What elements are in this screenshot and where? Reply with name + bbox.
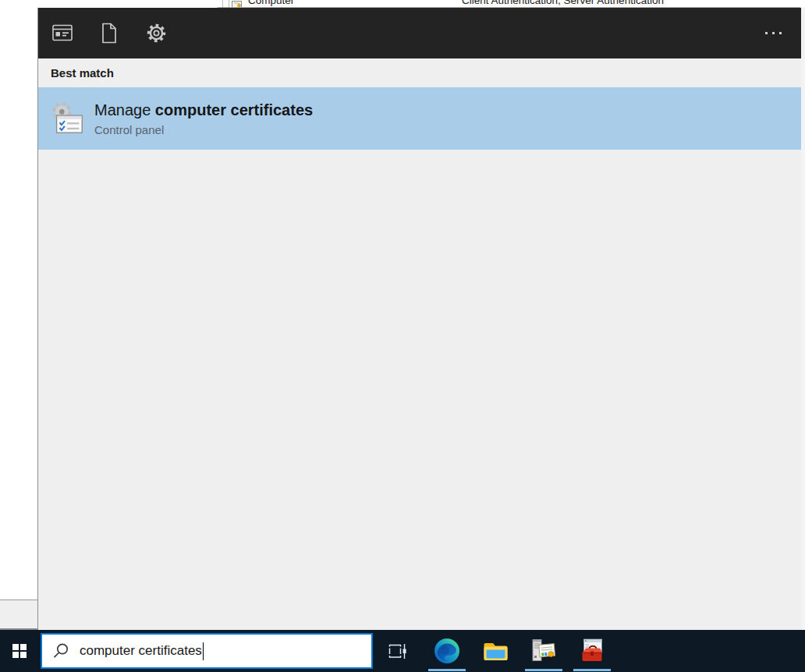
apps-window-icon: [52, 24, 73, 41]
taskbar-search-input[interactable]: computer certificates: [41, 633, 373, 669]
background-row-purposes: Client Authentication, Server Authentica…: [462, 0, 664, 6]
best-match-result[interactable]: Manage computer certificates Control pan…: [38, 87, 801, 150]
search-flyout: Best match Manage computer certificates …: [37, 8, 801, 630]
background-window-left-edge: [0, 8, 37, 630]
title-regular: Manage: [94, 101, 155, 118]
edge-browser-button[interactable]: [424, 630, 470, 672]
task-view-icon: [388, 642, 407, 661]
manage-certificates-icon: [50, 101, 86, 136]
start-button[interactable]: [0, 630, 39, 672]
background-window-right-edge: [801, 8, 805, 630]
red-toolbox-icon: [579, 638, 605, 663]
running-indicator: [525, 669, 562, 671]
filter-settings-button[interactable]: [137, 14, 175, 51]
text-caret: [203, 642, 204, 660]
taskbar: computer certificates: [0, 630, 805, 672]
admin-toolbox-button[interactable]: [569, 630, 615, 672]
task-view-button[interactable]: [373, 630, 421, 672]
desktop: Computer Client Authentication, Server A…: [0, 0, 805, 672]
best-match-title: Manage computer certificates: [94, 100, 313, 120]
filter-documents-button[interactable]: [90, 14, 128, 51]
file-explorer-button[interactable]: [472, 630, 519, 672]
server-certificate-icon: [530, 638, 557, 663]
best-match-section-header: Best match: [51, 66, 114, 80]
running-indicator: [428, 669, 466, 671]
search-query-text: computer certificates: [80, 643, 202, 659]
gear-icon: [146, 23, 167, 44]
more-options-button[interactable]: [754, 14, 792, 51]
search-filter-bar: [38, 8, 801, 58]
ellipsis-icon: [765, 32, 782, 34]
document-icon: [101, 23, 118, 44]
windows-logo-icon: [12, 644, 27, 658]
filter-apps-button[interactable]: [44, 14, 81, 51]
best-match-text: Manage computer certificates Control pan…: [94, 100, 313, 137]
best-match-subtitle: Control panel: [94, 122, 313, 137]
magnifier-icon: [52, 642, 69, 660]
certificate-manager-button[interactable]: [520, 630, 567, 672]
folder-icon: [483, 640, 509, 662]
search-results-panel: Best match Manage computer certificates …: [38, 58, 801, 630]
background-row-name: Computer: [248, 0, 294, 6]
background-status-bar: [0, 600, 37, 628]
title-bold: computer certificates: [155, 101, 313, 118]
running-indicator: [573, 669, 611, 671]
edge-browser-icon: [434, 638, 460, 664]
background-window-strip: Computer Client Authentication, Server A…: [0, 0, 805, 8]
